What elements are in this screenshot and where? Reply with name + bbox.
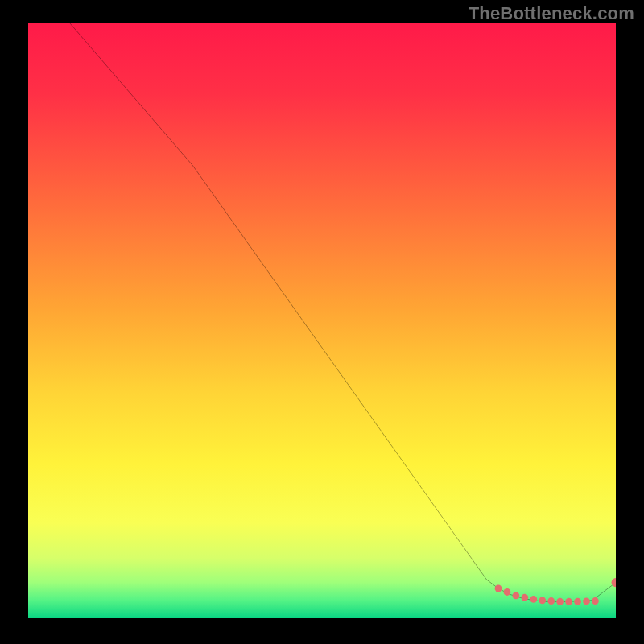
marker-dot	[547, 597, 555, 605]
gradient-background	[28, 23, 616, 618]
marker-dot	[539, 597, 546, 604]
marker-dot	[513, 592, 520, 599]
marker-dot	[556, 598, 564, 605]
marker-dot	[574, 598, 581, 605]
marker-dot	[565, 598, 572, 605]
marker-dot	[495, 585, 502, 592]
plot-svg	[28, 23, 616, 618]
marker-dot	[521, 594, 528, 601]
marker-dot	[592, 597, 599, 605]
marker-dot	[530, 596, 537, 603]
marker-dot	[583, 597, 590, 605]
marker-dot	[504, 588, 511, 596]
attribution-label: TheBottleneck.com	[469, 3, 634, 24]
chart-frame: TheBottleneck.com	[0, 0, 644, 644]
gradient-plot	[28, 23, 616, 618]
